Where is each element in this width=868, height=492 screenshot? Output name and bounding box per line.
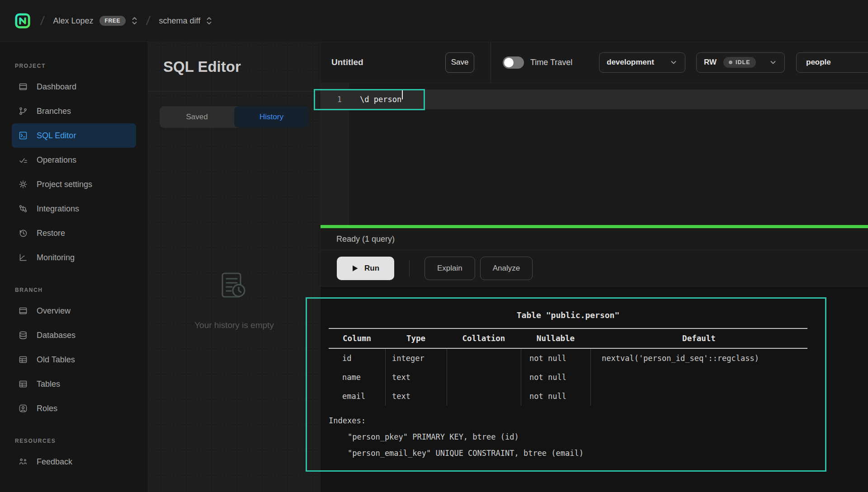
saved-history-tabs: Saved History — [160, 106, 309, 128]
index-entry: "person_email_key" UNIQUE CONSTRAINT, bt… — [329, 445, 807, 461]
column-header: Column — [329, 329, 385, 348]
sidebar-item-label: Project settings — [37, 180, 92, 189]
sidebar-item-overview[interactable]: Overview — [12, 299, 136, 323]
breadcrumb-project[interactable]: schema diff — [159, 16, 212, 26]
actions-divider — [409, 260, 410, 276]
cell-column: name — [329, 368, 385, 387]
git-compare-icon — [18, 204, 28, 214]
database-select[interactable]: people — [796, 52, 868, 73]
cell-default — [590, 387, 807, 406]
compute-mode: RW — [704, 58, 717, 67]
cell-nullable: not null — [521, 349, 590, 368]
gear-icon — [18, 179, 28, 189]
table-row: name text not null — [329, 368, 807, 387]
table-icon — [18, 379, 28, 389]
database-select-value: people — [806, 58, 831, 67]
sidebar-item-branches[interactable]: Branches — [12, 99, 136, 123]
page-title: SQL Editor — [163, 58, 241, 75]
branch-select[interactable]: development — [599, 52, 685, 73]
line-number: 1 — [321, 89, 349, 109]
compute-status-text: IDLE — [736, 59, 750, 66]
sidebar-item-roles[interactable]: Roles — [12, 396, 136, 421]
cell-default — [590, 368, 807, 387]
results-panel: Table "public.person" Column Type Collat… — [321, 286, 868, 492]
checklist-icon — [18, 155, 28, 165]
sidebar-item-monitoring[interactable]: Monitoring — [12, 245, 136, 270]
sidebar-item-project-settings[interactable]: Project settings — [12, 172, 136, 197]
code-editor[interactable]: 1 \d person — [321, 83, 868, 225]
query-tab-title: Untitled — [331, 57, 445, 67]
time-travel-label: Time Travel — [530, 58, 573, 67]
tab-history[interactable]: History — [234, 106, 309, 128]
sidebar: PROJECT Dashboard Branches SQL Editor Op… — [0, 42, 148, 492]
table-row: email text not null — [329, 387, 807, 406]
breadcrumb-separator: / — [40, 14, 45, 28]
breadcrumb-separator: / — [146, 14, 151, 28]
terminal-icon — [18, 131, 28, 141]
user-badge-icon — [18, 403, 28, 413]
save-button[interactable]: Save — [445, 52, 474, 73]
database-icon — [18, 330, 28, 340]
cell-collation — [447, 387, 521, 406]
sidebar-item-tables[interactable]: Tables — [12, 372, 136, 396]
time-travel-toggle[interactable] — [503, 56, 524, 69]
sidebar-item-databases[interactable]: Databases — [12, 323, 136, 347]
sidebar-section-branch: BRANCH — [15, 287, 148, 293]
chevron-updown-icon[interactable] — [206, 16, 212, 26]
topbar: / Alex Lopez FREE / schema diff — [0, 0, 868, 42]
status-dot-icon — [729, 61, 732, 64]
compute-select[interactable]: RW IDLE — [696, 52, 785, 73]
sidebar-item-dashboard[interactable]: Dashboard — [12, 75, 136, 99]
chevron-down-icon — [769, 58, 777, 66]
cell-type: text — [385, 387, 447, 406]
sidebar-item-integrations[interactable]: Integrations — [12, 197, 136, 221]
sidebar-item-old-tables[interactable]: Old Tables — [12, 347, 136, 372]
sidebar-section-project: PROJECT — [15, 63, 148, 69]
chevron-updown-icon[interactable] — [132, 16, 137, 26]
editor-toolbar: Untitled Save Time Travel development RW… — [321, 42, 868, 83]
table-body: id integer not null nextval('person_id_s… — [329, 349, 807, 406]
chevron-down-icon — [670, 58, 678, 66]
sidebar-item-label: Old Tables — [37, 355, 75, 365]
document-clock-icon — [214, 269, 254, 310]
cell-nullable: not null — [521, 368, 590, 387]
breadcrumb-org[interactable]: Alex Lopez FREE — [53, 16, 137, 26]
tab-saved[interactable]: Saved — [160, 106, 234, 128]
column-header: Type — [385, 329, 447, 348]
cell-type: integer — [385, 349, 447, 368]
analyze-button[interactable]: Analyze — [480, 257, 533, 280]
people-icon — [18, 457, 28, 467]
plan-badge: FREE — [99, 16, 126, 26]
sidebar-item-sql-editor[interactable]: SQL Editor — [12, 123, 136, 148]
sidebar-item-feedback[interactable]: Feedback — [12, 450, 136, 474]
cell-type: text — [385, 368, 447, 387]
code-line-1[interactable]: 1 \d person — [321, 89, 868, 109]
cell-column: id — [329, 349, 385, 368]
project-name: schema diff — [159, 16, 201, 26]
indexes-block: Indexes: "person_pkey" PRIMARY KEY, btre… — [329, 412, 807, 461]
query-status-bar: Ready (1 query) — [321, 228, 868, 250]
sidebar-item-operations[interactable]: Operations — [12, 148, 136, 172]
table-title: Table "public.person" — [329, 310, 807, 321]
run-button[interactable]: Run — [337, 257, 394, 280]
git-branch-icon — [18, 106, 28, 116]
cell-nullable: not null — [521, 387, 590, 406]
cell-column: email — [329, 387, 385, 406]
psql-table-output: Table "public.person" Column Type Collat… — [329, 310, 807, 461]
neon-logo[interactable] — [14, 12, 32, 30]
dashboard-icon — [18, 82, 28, 92]
query-status-text: Ready (1 query) — [336, 234, 395, 244]
sidebar-item-restore[interactable]: Restore — [12, 221, 136, 245]
sidebar-item-label: Tables — [37, 380, 60, 389]
query-actions: Run Explain Analyze — [321, 250, 868, 286]
compute-status-badge: IDLE — [723, 57, 755, 68]
explain-button[interactable]: Explain — [425, 257, 475, 280]
query-success-bar — [321, 225, 868, 228]
run-label: Run — [364, 264, 379, 273]
sidebar-item-label: Restore — [37, 229, 65, 238]
table-icon — [18, 355, 28, 365]
cell-collation — [447, 368, 521, 387]
code-text: \d person — [349, 89, 401, 109]
table-row: id integer not null nextval('person_id_s… — [329, 349, 807, 368]
sidebar-item-label: Databases — [37, 331, 75, 340]
